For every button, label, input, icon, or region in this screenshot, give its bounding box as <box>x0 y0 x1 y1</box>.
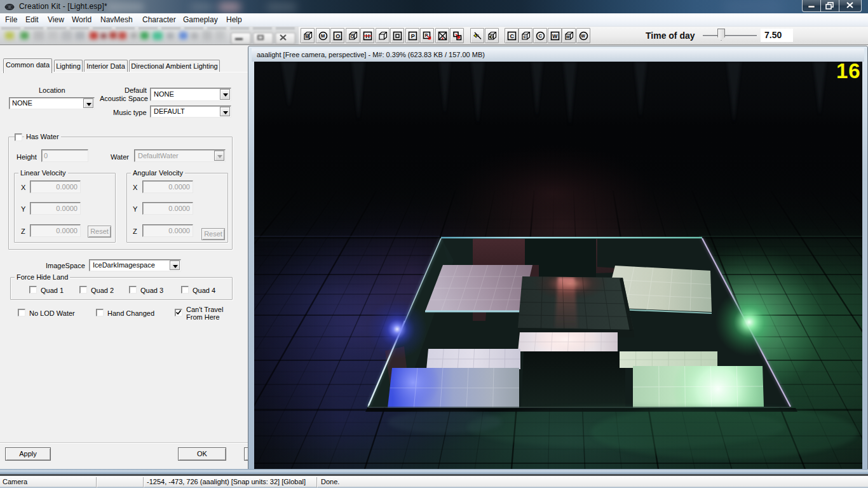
svg-text:M: M <box>321 33 325 39</box>
svg-text:C: C <box>510 33 514 39</box>
svg-text:M: M <box>306 34 309 39</box>
svg-text:c: c <box>524 34 526 39</box>
svg-text:w: w <box>566 34 570 39</box>
svg-text:O: O <box>350 34 354 39</box>
svg-text:W: W <box>581 34 586 38</box>
svg-text:O: O <box>336 33 340 39</box>
svg-text:C: C <box>538 33 542 39</box>
svg-text:16: 16 <box>836 62 861 83</box>
svg-text:H: H <box>365 33 370 39</box>
svg-text:W: W <box>552 33 558 39</box>
svg-text:P: P <box>425 33 428 37</box>
svg-text:P: P <box>410 33 414 39</box>
